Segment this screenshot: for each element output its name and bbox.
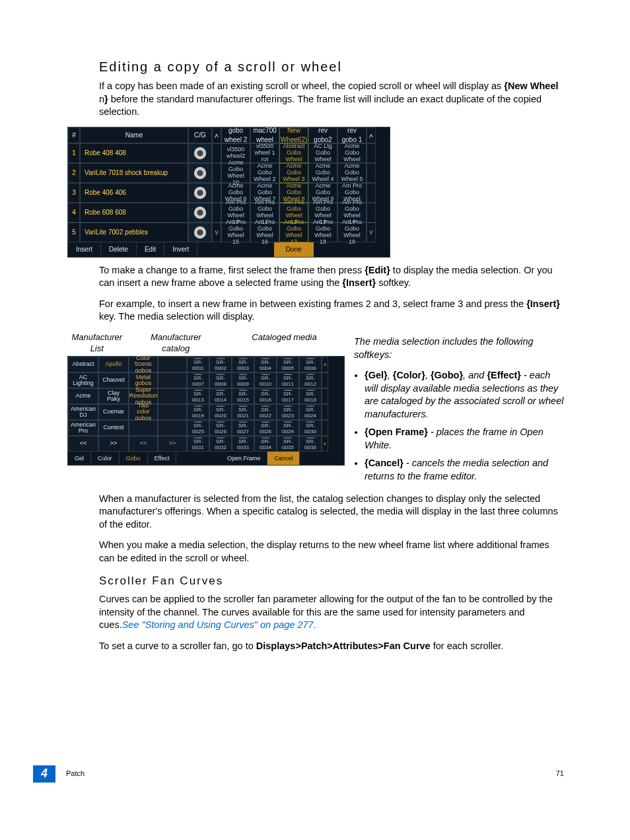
scroll[interactable] bbox=[322, 404, 328, 420]
media-item[interactable]: SR-0023 bbox=[277, 404, 299, 420]
catalog-item[interactable] bbox=[158, 420, 187, 436]
media-item[interactable]: SR-0018 bbox=[299, 388, 322, 404]
media-item[interactable]: SR-0016 bbox=[254, 388, 277, 404]
wheel-cell[interactable]: Am Pro Gobo Wheel 19 bbox=[337, 223, 367, 242]
media-item[interactable]: SR-0030 bbox=[299, 420, 322, 436]
catalog-item[interactable] bbox=[158, 404, 187, 420]
wheel-cell[interactable]: AC Ltg Gobo Wheel bbox=[308, 143, 337, 163]
mfr-item[interactable]: >> bbox=[98, 436, 129, 452]
wheel-row-num[interactable]: 4 bbox=[68, 203, 80, 223]
wheel-cell[interactable]: Am Pro Gobo Wheel 17 bbox=[279, 223, 308, 242]
media-item[interactable]: SR-0015 bbox=[232, 388, 254, 404]
wheel-row-name[interactable]: Robe 408 408 bbox=[80, 143, 188, 163]
media-item[interactable]: SR-0008 bbox=[209, 372, 232, 388]
wheel-cell[interactable]: Am Pro Gobo Wheel 16 bbox=[250, 223, 279, 242]
media-item[interactable]: SR-0025 bbox=[187, 420, 209, 436]
scroll[interactable]: v bbox=[322, 436, 328, 452]
mfr-item[interactable]: American DJ bbox=[68, 404, 98, 420]
scroll[interactable] bbox=[322, 372, 328, 388]
wheel-row-num[interactable]: 3 bbox=[68, 183, 80, 203]
media-item[interactable]: SR-0024 bbox=[299, 404, 322, 420]
media-item[interactable]: SR-0020 bbox=[209, 404, 232, 420]
media-item[interactable]: SR-0014 bbox=[209, 388, 232, 404]
gel-button[interactable]: Gel bbox=[68, 452, 91, 465]
delete-button[interactable]: Delete bbox=[101, 242, 137, 257]
wheel-row-num[interactable]: 2 bbox=[68, 163, 80, 183]
catalog-item[interactable] bbox=[158, 372, 187, 388]
media-item[interactable]: SR-0033 bbox=[232, 436, 254, 452]
media-item[interactable]: SR-0028 bbox=[254, 420, 277, 436]
catalog-item[interactable]: >> bbox=[158, 436, 187, 452]
media-item[interactable]: SR-0011 bbox=[277, 372, 299, 388]
media-item[interactable]: SR-0032 bbox=[209, 436, 232, 452]
invert-button[interactable]: Invert bbox=[164, 242, 197, 257]
done-button[interactable]: Done bbox=[274, 242, 314, 257]
scroll[interactable]: v bbox=[212, 223, 221, 242]
media-item[interactable]: SR-0006 bbox=[299, 357, 322, 372]
wheel-row-name[interactable]: VariLite 7018 shock breakup bbox=[80, 163, 188, 183]
gobo-button[interactable]: Gobo bbox=[120, 452, 148, 465]
scroll[interactable] bbox=[212, 203, 221, 223]
mfr-item[interactable]: Contest bbox=[98, 420, 129, 436]
scroll[interactable] bbox=[367, 163, 376, 183]
media-item[interactable]: SR-0027 bbox=[232, 420, 254, 436]
mfr-item[interactable]: Acme bbox=[68, 388, 98, 404]
color-button[interactable]: Color bbox=[91, 452, 120, 465]
media-item[interactable]: SR-0009 bbox=[232, 372, 254, 388]
catalog-item[interactable]: Two color gobos bbox=[129, 404, 158, 420]
wheel-row-num[interactable]: 5 bbox=[68, 223, 80, 242]
media-item[interactable]: SR-0002 bbox=[209, 357, 232, 372]
media-item[interactable]: SR-0029 bbox=[277, 420, 299, 436]
mfr-item[interactable]: American Pro bbox=[68, 420, 98, 436]
mfr-item[interactable]: Abstract bbox=[68, 357, 98, 372]
wheel-cell[interactable]: Acme Gobo Wheel bbox=[337, 143, 367, 163]
wheel-cell[interactable]: Acme Gobo Wheel 4 bbox=[308, 163, 337, 183]
wheel-row-name[interactable]: Robe 406 406 bbox=[80, 183, 188, 203]
media-item[interactable]: SR-0017 bbox=[277, 388, 299, 404]
wheel-cell[interactable]: vl3500 wheel 1 rot bbox=[250, 143, 279, 163]
media-item[interactable]: SR-0013 bbox=[187, 388, 209, 404]
link-storing-curves[interactable]: See "Storing and Using Curves" on page 2… bbox=[122, 619, 316, 630]
media-item[interactable]: SR-0010 bbox=[254, 372, 277, 388]
media-item[interactable]: SR-0012 bbox=[299, 372, 322, 388]
open-frame-button[interactable]: Open Frame bbox=[221, 452, 268, 465]
scroll[interactable] bbox=[367, 183, 376, 203]
catalog-item[interactable]: << bbox=[129, 436, 158, 452]
scroll[interactable] bbox=[212, 183, 221, 203]
wheel-col-header[interactable]: ʌ bbox=[212, 127, 221, 143]
media-item[interactable]: SR-0026 bbox=[209, 420, 232, 436]
wheel-row-name[interactable]: VariLite 7002 pebbles bbox=[80, 223, 188, 242]
scroll[interactable] bbox=[322, 388, 328, 404]
wheel-cell[interactable]: Acme Gobo Wheel 5 bbox=[337, 163, 367, 183]
mfr-item[interactable]: AC Lighting bbox=[68, 372, 98, 388]
media-item[interactable]: SR-0022 bbox=[254, 404, 277, 420]
wheel-row-name[interactable]: Robe 608 608 bbox=[80, 203, 188, 223]
catalog-item[interactable] bbox=[129, 420, 158, 436]
media-item[interactable]: SR-0001 bbox=[187, 357, 209, 372]
media-item[interactable]: SR-0031 bbox=[187, 436, 209, 452]
media-item[interactable]: SR-0021 bbox=[232, 404, 254, 420]
mfr-item[interactable]: Coemar bbox=[98, 404, 129, 420]
scroll[interactable]: ʌ bbox=[322, 357, 328, 372]
edit-button[interactable]: Edit bbox=[137, 242, 164, 257]
media-item[interactable]: SR-0034 bbox=[254, 436, 277, 452]
wheel-cell[interactable]: Am Pro Gobo Wheel 15 bbox=[221, 223, 250, 242]
mfr-item[interactable]: Apollo bbox=[98, 357, 129, 372]
catalog-item[interactable] bbox=[158, 388, 187, 404]
wheel-cell[interactable]: Abstract Gobo Wheel bbox=[279, 143, 308, 163]
mfr-item[interactable]: Clay Paky bbox=[98, 388, 129, 404]
scroll[interactable] bbox=[367, 143, 376, 163]
media-item[interactable]: SR-0003 bbox=[232, 357, 254, 372]
media-item[interactable]: SR-0035 bbox=[277, 436, 299, 452]
media-item[interactable]: SR-0005 bbox=[277, 357, 299, 372]
scroll[interactable] bbox=[322, 420, 328, 436]
cancel-button[interactable]: Cancel bbox=[267, 452, 300, 465]
media-item[interactable]: SR-0019 bbox=[187, 404, 209, 420]
scroll[interactable]: v bbox=[367, 223, 376, 242]
media-item[interactable]: SR-0036 bbox=[299, 436, 322, 452]
wheel-row-num[interactable]: 1 bbox=[68, 143, 80, 163]
scroll[interactable] bbox=[367, 203, 376, 223]
wheel-col-header[interactable]: ʌ bbox=[367, 127, 376, 143]
media-item[interactable]: SR-0004 bbox=[254, 357, 277, 372]
wheel-cell[interactable]: Acme Gobo Wheel 10 bbox=[221, 163, 250, 183]
